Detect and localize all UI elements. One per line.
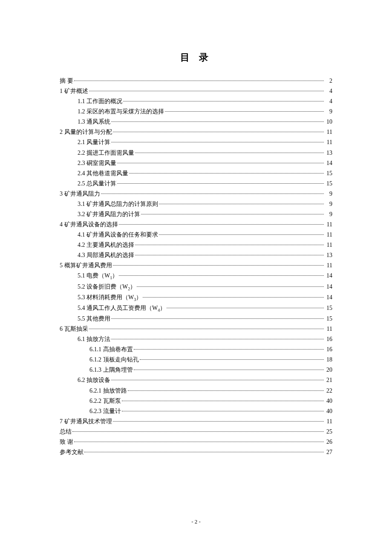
page-footer: - 2 - <box>0 518 392 525</box>
toc-entry-label: 2 风量的计算与分配 <box>60 127 112 137</box>
toc-entry-label: 4 矿井通风设备的选择 <box>60 220 118 230</box>
toc-entry: 1.2 采区的布置与采煤方法的选择9 <box>60 107 332 117</box>
toc-entry: 6.2.3 流量计40 <box>60 406 332 416</box>
toc-entry-page: 4 <box>325 96 332 107</box>
toc-entry: 5.2 设备折旧费（W2）14 <box>60 282 332 292</box>
toc-entry-page: 11 <box>325 220 332 230</box>
toc-entry: 摘 要2 <box>60 76 332 86</box>
toc-leader-dots <box>135 255 324 255</box>
toc-leader-dots <box>119 275 324 276</box>
toc-entry-page: 40 <box>325 406 332 416</box>
toc-leader-dots <box>134 370 324 370</box>
toc-entry: 总结25 <box>60 427 332 437</box>
toc-entry: 6.1.1 高抽巷布置16 <box>60 344 332 355</box>
toc-leader-dots <box>72 431 324 432</box>
toc-entry: 6.2.2 瓦斯泵40 <box>60 396 332 406</box>
toc-entry-label: 6.2.1 抽放管路 <box>89 386 127 396</box>
toc-entry-label: 2.5 总风量计算 <box>78 179 116 189</box>
toc-entry-page: 18 <box>325 355 332 365</box>
toc-entry-label: 3 矿井通风阻力 <box>60 189 100 199</box>
toc-entry: 3.1 矿井通风总阻力的计算原则9 <box>60 199 332 209</box>
toc-leader-dots <box>140 359 324 360</box>
toc-entry-label: 摘 要 <box>60 76 73 86</box>
toc-leader-dots <box>74 81 324 81</box>
toc-entry-page: 4 <box>325 86 332 96</box>
toc-entry-page: 14 <box>325 271 332 281</box>
toc-entry-label: 6.2.2 瓦斯泵 <box>89 396 121 406</box>
toc-entry-label: 5.1 电费（W1） <box>78 271 118 281</box>
toc-entry-page: 14 <box>325 292 332 303</box>
toc-leader-dots <box>113 421 324 422</box>
toc-entry-label: 2.4 其他巷道需风量 <box>78 168 128 179</box>
toc-leader-dots <box>111 142 324 142</box>
toc-entry-page: 11 <box>325 260 332 271</box>
toc-entry: 6.2 抽放设备21 <box>60 375 332 385</box>
toc-entry: 3.2 矿井通风阻力的计算9 <box>60 209 332 220</box>
toc-entry: 5.1 电费（W1）14 <box>60 271 332 281</box>
toc-entry-page: 15 <box>325 179 332 189</box>
toc-leader-dots <box>167 308 324 308</box>
toc-entry: 致 谢26 <box>60 437 332 447</box>
toc-entry-page: 16 <box>325 344 332 355</box>
toc-entry-label: 2.2 掘进工作面需风量 <box>78 148 134 158</box>
toc-entry-page: 13 <box>325 250 332 260</box>
toc-entry: 2.2 掘进工作面需风量13 <box>60 148 332 158</box>
toc-leader-dots <box>137 286 324 287</box>
toc-entry: 6.1.3 上隅角埋管20 <box>60 365 332 375</box>
toc-entry: 5.5 其他费用15 <box>60 314 332 324</box>
toc-entry-label: 1.1 工作面的概况 <box>78 96 122 107</box>
toc-entry: 1 矿井概述4 <box>60 86 332 96</box>
toc-entry-label: 致 谢 <box>60 437 73 447</box>
toc-entry: 2.1 风量计算11 <box>60 137 332 147</box>
toc-entry: 6 瓦斯抽采11 <box>60 324 332 334</box>
toc-leader-dots <box>113 265 324 266</box>
toc-entry-page: 40 <box>325 396 332 406</box>
toc-entry-label: 2.1 风量计算 <box>78 137 110 147</box>
toc-entry-page: 11 <box>325 230 332 240</box>
toc-leader-dots <box>89 329 324 329</box>
toc-leader-dots <box>111 380 324 380</box>
toc-entry-page: 11 <box>325 324 332 334</box>
toc-entry-page: 15 <box>325 314 332 324</box>
toc-entry-page: 14 <box>325 158 332 168</box>
toc-leader-dots <box>123 101 324 101</box>
toc-leader-dots <box>143 297 324 298</box>
toc-leader-dots <box>129 173 324 173</box>
toc-leader-dots <box>113 132 324 132</box>
toc-title: 目 录 <box>60 51 332 64</box>
toc-entry-label: 2.3 硐室需风量 <box>78 158 116 168</box>
toc-entry-label: 4.3 局部通风机的选择 <box>78 250 134 260</box>
toc-leader-dots <box>135 245 324 245</box>
toc-leader-dots <box>111 121 324 122</box>
toc-list: 摘 要21 矿井概述41.1 工作面的概况41.2 采区的布置与采煤方法的选择9… <box>60 76 332 457</box>
toc-leader-dots <box>89 91 324 91</box>
toc-entry: 1.3 通风系统10 <box>60 117 332 127</box>
toc-entry-page: 9 <box>325 189 332 199</box>
toc-entry-page: 14 <box>325 282 332 292</box>
toc-entry-label: 5.5 其他费用 <box>78 314 110 324</box>
toc-entry: 4.1 矿井通风设备的任务和要求11 <box>60 230 332 240</box>
toc-entry-label: 6.2 抽放设备 <box>78 375 110 385</box>
toc-entry-page: 22 <box>325 386 332 396</box>
toc-entry-page: 2 <box>325 76 332 86</box>
toc-entry: 4 矿井通风设备的选择11 <box>60 220 332 230</box>
toc-entry: 2.3 硐室需风量14 <box>60 158 332 168</box>
toc-entry-label: 4.2 主要通风机的选择 <box>78 240 134 250</box>
toc-entry-page: 20 <box>325 365 332 375</box>
toc-leader-dots <box>122 401 324 401</box>
toc-entry-label: 1.2 采区的布置与采煤方法的选择 <box>78 107 164 117</box>
toc-entry-label: 6.2.3 流量计 <box>89 406 121 416</box>
toc-entry-label: 3.1 矿井通风总阻力的计算原则 <box>78 199 158 209</box>
toc-leader-dots <box>135 153 324 153</box>
toc-leader-dots <box>111 339 324 339</box>
toc-entry-label: 1.3 通风系统 <box>78 117 110 127</box>
toc-entry-label: 6 瓦斯抽采 <box>60 324 88 334</box>
toc-entry-page: 13 <box>325 148 332 158</box>
toc-entry: 5 概算矿井通风费用11 <box>60 260 332 271</box>
toc-leader-dots <box>141 214 324 214</box>
toc-entry-label: 7 矿井通风技术管理 <box>60 416 112 427</box>
toc-entry-label: 5.3 材料消耗费用（W3） <box>78 292 142 303</box>
toc-leader-dots <box>117 183 324 184</box>
toc-entry-page: 15 <box>325 168 332 179</box>
toc-entry: 4.2 主要通风机的选择11 <box>60 240 332 250</box>
